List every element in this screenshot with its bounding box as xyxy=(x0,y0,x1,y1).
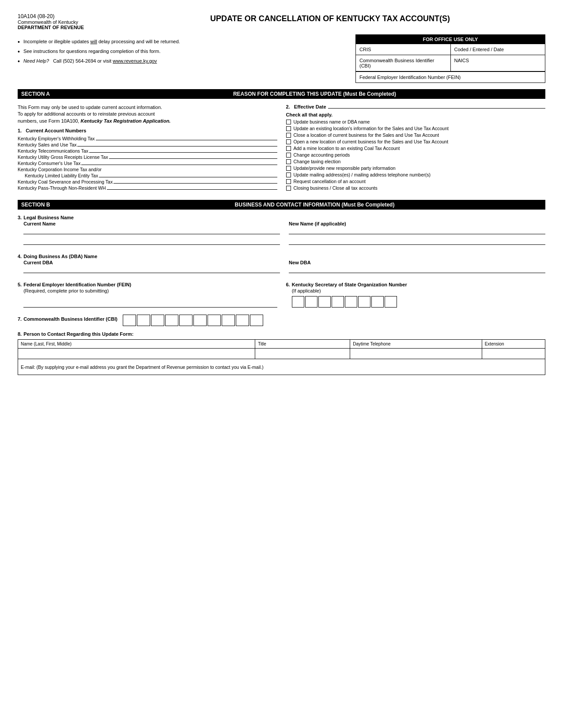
cbi-number-boxes xyxy=(123,315,263,326)
item-5-label: Federal Employer Identification Number (… xyxy=(23,282,277,287)
account-line-5: Kentucky Consumer's Use Tax xyxy=(18,161,277,166)
account-line-8: Kentucky Pass-Through Non-Resident WH xyxy=(18,185,277,191)
current-dba-label: Current DBA xyxy=(23,260,280,265)
item-4-row: 4. Doing Business As (DBA) Name Current … xyxy=(18,254,545,278)
issuer: Commonwealth of Kentucky xyxy=(18,19,115,25)
checkbox-6[interactable] xyxy=(286,153,291,158)
instruction-1: • Incomplete or illegible updates will d… xyxy=(18,39,347,45)
new-name-line[interactable] xyxy=(289,227,545,234)
checkbox-1[interactable] xyxy=(286,120,291,124)
item-5-sublabel: (Required, complete prior to submitting) xyxy=(23,288,277,293)
checkbox-11[interactable] xyxy=(286,186,291,191)
cbi-box-4[interactable] xyxy=(165,315,178,326)
instruction-2: • See instructions for questions regardi… xyxy=(18,49,347,55)
item-3-fields: Current Name New Name (if applicable) xyxy=(23,221,545,245)
checkbox-8[interactable] xyxy=(286,166,291,171)
check-item-6: Change accounting periods xyxy=(286,152,546,158)
instruction-1-text: Incomplete or illegible updates will del… xyxy=(23,39,180,44)
checkbox-list: Update business name or DBA name Update … xyxy=(286,119,546,191)
check-all-label: Check all that apply. xyxy=(286,112,546,117)
item-4-label: Doing Business As (DBA) Name xyxy=(23,254,545,259)
checkbox-2[interactable] xyxy=(286,126,291,131)
sos-box-8[interactable] xyxy=(385,296,397,308)
effective-date-row: 2. Effective Date xyxy=(286,104,546,109)
contact-name-cell[interactable] xyxy=(18,349,255,359)
new-name-line-2[interactable] xyxy=(289,238,545,245)
sos-box-2[interactable] xyxy=(305,296,317,308)
item-6-label: Kentucky Secretary of State Organization… xyxy=(292,282,545,287)
cbi-box-10[interactable] xyxy=(250,315,263,326)
section-a-title: REASON FOR COMPLETING THIS UPDATE (Must … xyxy=(87,91,542,97)
section-a-left: This Form may only be used to update cur… xyxy=(18,104,277,192)
checkbox-7[interactable] xyxy=(286,159,291,164)
sos-box-4[interactable] xyxy=(332,296,344,308)
cris-label: CRIS xyxy=(356,44,450,55)
item-8-header: 8. Person to Contact Regarding this Upda… xyxy=(18,331,545,337)
office-use-box: FOR OFFICE USE ONLY CRIS Coded / Entered… xyxy=(355,34,545,83)
check-item-7: Change taxing election xyxy=(286,159,546,164)
cbi-box-9[interactable] xyxy=(236,315,249,326)
account-line-6b: Kentucky Limited Liability Entity Tax xyxy=(18,173,277,178)
instructions-block: • Incomplete or illegible updates will d… xyxy=(18,34,347,83)
cbi-label: Commonwealth Business Identifier (CBI) xyxy=(356,55,450,71)
cbi-box-3[interactable] xyxy=(151,315,164,326)
department: DEPARTMENT OF REVENUE xyxy=(18,25,115,30)
form-id-block: 10A104 (08-20) Commonwealth of Kentucky … xyxy=(18,13,115,30)
section-b-content: 3. Legal Business Name Current Name New … xyxy=(18,213,545,377)
sos-box-3[interactable] xyxy=(318,296,331,308)
section-b-header: SECTION B BUSINESS AND CONTACT INFORMATI… xyxy=(18,200,545,210)
cbi-box-8[interactable] xyxy=(222,315,235,326)
contact-phone-cell[interactable] xyxy=(350,349,482,359)
contact-title-cell[interactable] xyxy=(255,349,350,359)
item-5-number: 5. xyxy=(18,282,22,287)
email-cell[interactable]: E-mail: (By supplying your e-mail addres… xyxy=(18,359,545,375)
contact-ext-cell[interactable] xyxy=(482,349,545,359)
contact-col-name: Name (Last, First, Middle) xyxy=(18,340,255,349)
sos-box-7[interactable] xyxy=(371,296,384,308)
item-8-number: 8. xyxy=(18,331,22,337)
office-row-3: Federal Employer Identification Number (… xyxy=(356,71,545,83)
cbi-box-6[interactable] xyxy=(193,315,207,326)
section-a-label: SECTION A xyxy=(21,91,61,97)
new-dba-label: New DBA xyxy=(289,260,545,265)
checkbox-3[interactable] xyxy=(286,133,291,138)
office-row-2: Commonwealth Business Identifier (CBI) N… xyxy=(356,55,545,71)
item-7-label: Commonwealth Business Identifier (CBI) xyxy=(23,316,117,322)
item-8-block: 8. Person to Contact Regarding this Upda… xyxy=(18,331,545,375)
check-item-8: Update/provide new responsible party inf… xyxy=(286,165,546,171)
contact-data-row xyxy=(18,349,545,359)
checkbox-4[interactable] xyxy=(286,139,291,144)
check-item-3: Close a location of current business for… xyxy=(286,132,546,138)
cbi-box-5[interactable] xyxy=(179,315,193,326)
checkbox-10[interactable] xyxy=(286,179,291,184)
current-dba-line[interactable] xyxy=(23,266,280,273)
check-item-4: Open a new location of current business … xyxy=(286,139,546,144)
account-line-2: Kentucky Sales and Use Tax xyxy=(18,142,277,147)
sos-box-6[interactable] xyxy=(358,296,370,308)
cbi-box-7[interactable] xyxy=(208,315,221,326)
new-dba-line[interactable] xyxy=(289,266,545,273)
items-5-6-row: 5. Federal Employer Identification Numbe… xyxy=(18,282,545,308)
office-use-header: FOR OFFICE USE ONLY xyxy=(356,35,545,44)
sos-box-1[interactable] xyxy=(292,296,304,308)
item-4-fields: Current DBA New DBA xyxy=(23,260,545,273)
section-a-header: SECTION A REASON FOR COMPLETING THIS UPD… xyxy=(18,89,545,99)
contact-col-title: Title xyxy=(255,340,350,349)
sos-box-5[interactable] xyxy=(345,296,357,308)
item-6-sublabel: (If applicable) xyxy=(292,288,545,293)
checkbox-9[interactable] xyxy=(286,173,291,177)
current-name-line[interactable] xyxy=(23,227,280,234)
top-section: • Incomplete or illegible updates will d… xyxy=(18,34,545,83)
coded-entered-date: Coded / Entered / Date xyxy=(450,44,545,55)
check-item-2: Update an existing location's informatio… xyxy=(286,126,546,131)
current-name-line-2[interactable] xyxy=(23,238,280,245)
section-a-content: This Form may only be used to update cur… xyxy=(18,102,545,194)
item-3-block: Legal Business Name Current Name New Nam… xyxy=(23,215,545,249)
cbi-box-2[interactable] xyxy=(137,315,150,326)
new-name-block: New Name (if applicable) xyxy=(289,221,545,245)
checkbox-5[interactable] xyxy=(286,146,291,151)
item-4-number: 4. xyxy=(18,254,22,259)
cbi-box-1[interactable] xyxy=(123,315,136,326)
fein-line[interactable] xyxy=(23,300,277,308)
item-5-content: Federal Employer Identification Number (… xyxy=(23,282,277,308)
